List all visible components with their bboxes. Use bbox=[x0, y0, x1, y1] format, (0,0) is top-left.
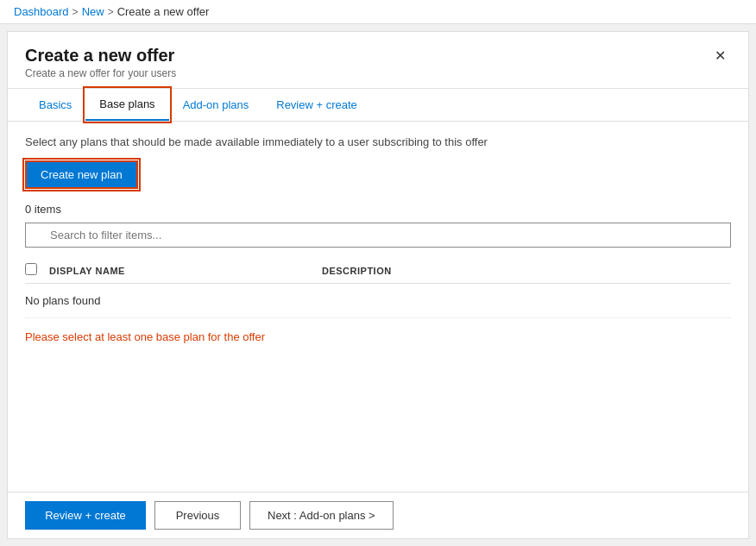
select-all-checkbox[interactable] bbox=[25, 263, 37, 275]
main-panel: Create a new offer Create a new offer fo… bbox=[7, 31, 749, 539]
tab-basics[interactable]: Basics bbox=[25, 89, 85, 121]
error-message: Please select at least one base plan for… bbox=[25, 330, 731, 343]
search-wrapper: 🔍 bbox=[25, 223, 731, 248]
previous-button[interactable]: Previous bbox=[154, 501, 241, 530]
col-description: DESCRIPTION bbox=[322, 266, 731, 276]
panel-header-text: Create a new offer Create a new offer fo… bbox=[25, 46, 176, 79]
breadcrumb-current: Create a new offer bbox=[117, 5, 210, 18]
panel-footer: Review + create Previous Next : Add-on p… bbox=[8, 492, 748, 538]
review-create-button[interactable]: Review + create bbox=[25, 501, 146, 530]
panel-content: Select any plans that should be made ava… bbox=[8, 122, 748, 492]
panel-title: Create a new offer bbox=[25, 46, 176, 66]
no-plans-message: No plans found bbox=[25, 284, 731, 318]
close-button[interactable]: ✕ bbox=[709, 46, 731, 66]
page-wrapper: Dashboard > New > Create a new offer Cre… bbox=[0, 0, 756, 546]
breadcrumb: Dashboard > New > Create a new offer bbox=[14, 5, 209, 18]
breadcrumb-new[interactable]: New bbox=[82, 5, 104, 18]
breadcrumb-sep-1: > bbox=[72, 6, 79, 18]
tabs-bar: Basics Base plans Add-on plans Review + … bbox=[8, 89, 748, 122]
breadcrumb-bar: Dashboard > New > Create a new offer bbox=[0, 0, 756, 24]
select-all-col bbox=[25, 263, 49, 278]
search-input[interactable] bbox=[25, 223, 731, 248]
table-header: DISPLAY NAME DESCRIPTION bbox=[25, 258, 731, 284]
tab-addon-plans[interactable]: Add-on plans bbox=[169, 89, 263, 121]
content-description: Select any plans that should be made ava… bbox=[25, 135, 731, 148]
tab-review-create[interactable]: Review + create bbox=[262, 89, 371, 121]
breadcrumb-dashboard[interactable]: Dashboard bbox=[14, 5, 69, 18]
next-button[interactable]: Next : Add-on plans > bbox=[249, 501, 394, 530]
panel-header: Create a new offer Create a new offer fo… bbox=[8, 32, 748, 89]
tab-base-plans[interactable]: Base plans bbox=[85, 89, 168, 121]
items-count: 0 items bbox=[25, 203, 731, 216]
panel-subtitle: Create a new offer for your users bbox=[25, 67, 176, 79]
create-new-plan-button[interactable]: Create new plan bbox=[25, 160, 138, 189]
breadcrumb-sep-2: > bbox=[108, 6, 114, 18]
col-display-name: DISPLAY NAME bbox=[49, 266, 322, 276]
